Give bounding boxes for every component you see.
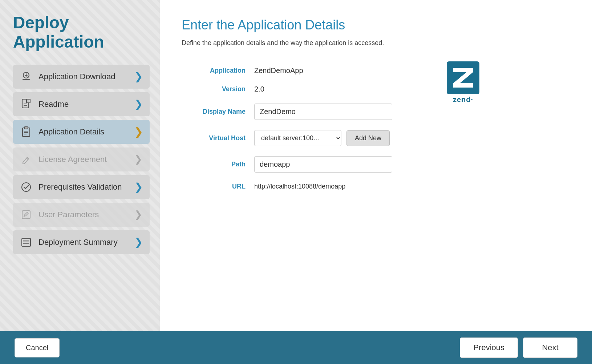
- sidebar-item-label: Readme: [38, 100, 132, 109]
- application-value: ZendDemoApp: [254, 61, 479, 80]
- clipboard-icon: [20, 125, 33, 138]
- footer-right: Previous Next: [460, 337, 577, 358]
- version-value: 2.0: [254, 80, 479, 98]
- display-name-field-container: [254, 98, 479, 125]
- virtual-host-controls: default server:100… localhost custom Add…: [254, 125, 479, 151]
- svg-rect-3: [27, 99, 30, 103]
- sidebar-item-application-download[interactable]: Application Download ❯: [13, 65, 150, 89]
- version-label: Version: [182, 80, 254, 98]
- sidebar-item-label: Application Download: [38, 72, 132, 81]
- url-value: http://localhost:10088/demoapp: [254, 178, 479, 195]
- pencil-icon: [20, 153, 33, 166]
- sidebar-title: Deploy Application: [13, 13, 150, 52]
- svg-point-11: [22, 183, 31, 191]
- footer: Cancel Previous Next: [0, 331, 592, 364]
- sidebar-arrow-user-params: ❯: [132, 209, 145, 221]
- list-icon: [20, 236, 33, 249]
- svg-rect-7: [24, 127, 28, 129]
- svg-rect-13: [22, 238, 31, 246]
- sidebar-item-deployment-summary[interactable]: Deployment Summary ❯: [13, 230, 150, 254]
- sidebar-arrow-details: ❯: [132, 126, 145, 138]
- sidebar-arrow-readme: ❯: [132, 98, 145, 110]
- checkmark-icon: [20, 181, 33, 194]
- sidebar-items: Application Download ❯ Readme ❯: [13, 65, 150, 254]
- sidebar-item-application-details[interactable]: Application Details ❯: [13, 120, 150, 144]
- add-new-button[interactable]: Add New: [346, 130, 390, 146]
- url-label: URL: [182, 178, 254, 195]
- svg-rect-1: [23, 79, 30, 80]
- download-icon: [20, 70, 33, 83]
- previous-button[interactable]: Previous: [460, 337, 518, 358]
- page-description: Define the application details and the w…: [182, 39, 570, 47]
- virtual-host-select[interactable]: default server:100… localhost custom: [254, 130, 341, 146]
- sidebar-item-label: Deployment Summary: [38, 238, 132, 247]
- footer-left: Cancel: [15, 338, 60, 357]
- content-area: Enter the Application Details Define the…: [160, 0, 592, 331]
- sidebar-item-license-agreement: License Agreement ❯: [13, 147, 150, 171]
- sidebar-item-label: Prerequisites Validation: [38, 182, 132, 192]
- display-name-input[interactable]: [254, 104, 392, 120]
- sidebar-item-label: User Parameters: [38, 210, 132, 219]
- sidebar-arrow-prerequisites: ❯: [132, 181, 145, 193]
- file-icon: [20, 98, 33, 111]
- virtual-host-row-inner: default server:100… localhost custom Add…: [254, 130, 390, 146]
- page-title: Enter the Application Details: [182, 17, 570, 33]
- application-details-form: zend· Application ZendDemoApp Version 2.…: [182, 61, 479, 195]
- svg-rect-12: [22, 211, 30, 219]
- sidebar-arrow-deployment: ❯: [132, 236, 145, 248]
- sidebar-item-label: License Agreement: [38, 155, 132, 164]
- zend-logo-text: zend·: [453, 96, 473, 104]
- sidebar-item-user-parameters: User Parameters ❯: [13, 203, 150, 227]
- sidebar-item-readme[interactable]: Readme ❯: [13, 92, 150, 116]
- application-label: Application: [182, 61, 254, 80]
- zend-logo: zend·: [447, 61, 479, 104]
- path-label: Path: [182, 151, 254, 178]
- edit-icon: [20, 208, 33, 221]
- virtual-host-label: Virtual Host: [182, 125, 254, 151]
- sidebar-arrow-download: ❯: [132, 70, 145, 83]
- next-button[interactable]: Next: [523, 337, 577, 358]
- sidebar-arrow-license: ❯: [132, 153, 145, 166]
- cancel-button[interactable]: Cancel: [15, 338, 60, 357]
- display-name-label: Display Name: [182, 98, 254, 125]
- sidebar: Deploy Application Application Download …: [0, 0, 160, 331]
- sidebar-item-prerequisites-validation[interactable]: Prerequisites Validation ❯: [13, 175, 150, 199]
- sidebar-item-label: Application Details: [38, 127, 132, 137]
- path-input[interactable]: [254, 156, 392, 173]
- path-field-container: [254, 151, 479, 178]
